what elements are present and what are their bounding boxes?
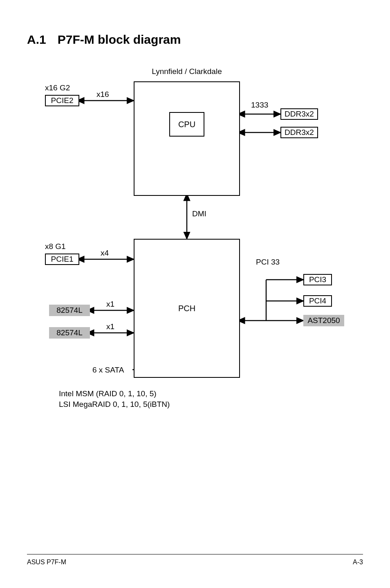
page-title: A.1P7F-M block diagram [27, 33, 363, 47]
pcie1-link-label: x4 [101, 249, 109, 258]
pcie2-link-label: x16 [96, 90, 109, 99]
pcie2-type-label: x16 G2 [45, 83, 70, 92]
lan2-chip: 82574L [49, 327, 90, 339]
cpu-outer-block [134, 81, 240, 196]
sata-label: 6 x SATA [92, 366, 124, 375]
pci3-box: PCI3 [303, 274, 332, 285]
pch-block: PCH [134, 239, 240, 378]
ddr-speed-label: 1333 [251, 101, 268, 110]
raid-text-1: Intel MSM (RAID 0, 1, 10, 5) [59, 389, 157, 398]
ast2050-chip: AST2050 [303, 315, 344, 326]
lan1-chip: 82574L [49, 305, 90, 316]
pcie1-box: PCIE1 [45, 254, 79, 265]
dmi-link-label: DMI [192, 209, 206, 218]
footer-right: A-3 [353, 559, 363, 566]
pci4-box: PCI4 [303, 295, 332, 307]
pcie1-type-label: x8 G1 [45, 242, 66, 251]
pcie2-box: PCIE2 [45, 95, 79, 106]
ddr3-box-a: DDR3x2 [280, 108, 318, 120]
page-footer: ASUS P7F-M A-3 [27, 554, 363, 566]
block-diagram: Lynnfield / Clarkdale CPU x16 G2 PCIE2 x… [27, 63, 363, 415]
lan2-link-label: x1 [106, 322, 114, 331]
section-number: A.1 [27, 33, 46, 46]
cpu-inner-block: CPU [169, 112, 204, 137]
cpu-family-label: Lynnfield / Clarkdale [134, 67, 240, 76]
title-text: P7F-M block diagram [58, 33, 181, 46]
lan1-link-label: x1 [106, 300, 114, 309]
raid-text-2: LSI MegaRAID 0, 1, 10, 5(iBTN) [59, 400, 170, 409]
pci33-label: PCI 33 [256, 258, 280, 267]
footer-left: ASUS P7F-M [27, 559, 66, 566]
ddr3-box-b: DDR3x2 [280, 127, 318, 138]
